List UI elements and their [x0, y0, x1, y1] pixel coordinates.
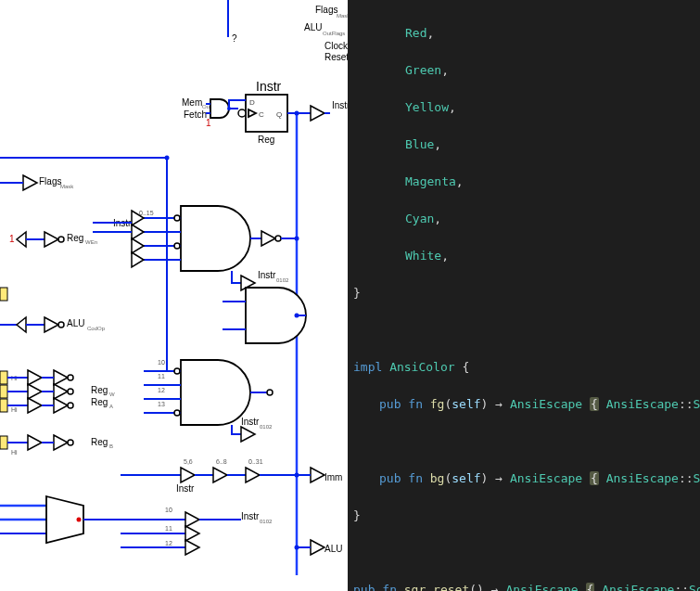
pin-hi-0[interactable] [0, 371, 7, 384]
bits-10: 10 [158, 359, 165, 366]
label-reset: Reset [325, 52, 348, 62]
code-line [353, 432, 700, 451]
code-line [353, 321, 700, 340]
regb-label: Reg [91, 437, 108, 447]
one-left: 1 [9, 234, 15, 244]
one-upper: 1 [206, 118, 211, 128]
svg-point-8 [295, 314, 299, 318]
rega-label: Reg [91, 397, 108, 407]
buf-instr-1[interactable] [181, 468, 195, 482]
buf-instr-2[interactable] [213, 468, 227, 482]
bits-11b: 11 [165, 525, 172, 532]
large-and-gate-1[interactable] [181, 206, 250, 271]
reg-label-under: Reg [258, 135, 274, 145]
code-line: } [353, 284, 700, 302]
code-line: pub fn bg(self) → AnsiEscape { AnsiEscap… [353, 469, 700, 488]
label-alu-outflags: ALU [304, 22, 322, 32]
code-line: Green, [353, 61, 700, 80]
alucodop-sub: CodOp [87, 326, 106, 331]
bits-12: 12 [158, 387, 165, 393]
inverter-after-and1[interactable] [261, 231, 275, 246]
svg-point-18 [77, 518, 82, 522]
instr0102-c: Instr [241, 511, 260, 521]
instr0102-b: Instr [241, 417, 260, 427]
svg-point-11 [68, 389, 73, 394]
pin-regb[interactable] [0, 436, 7, 449]
hi0102-b: Hi [11, 406, 18, 413]
svg-point-5 [295, 237, 299, 241]
code-line: Magenta, [353, 173, 700, 191]
instr0102-a-sub: 0102 [276, 277, 289, 283]
bits-10b: 10 [165, 507, 172, 513]
buf-instr-3[interactable] [246, 468, 260, 482]
code-line: impl AnsiColor { [353, 358, 700, 377]
svg-point-12 [68, 403, 73, 408]
svg-point-10 [68, 375, 73, 380]
instr-buf-label: Instr [332, 100, 348, 110]
regb-sub: B [109, 443, 113, 449]
memout-label: Mem [182, 97, 202, 108]
flagsmask-sub: Mask [60, 184, 74, 189]
and-gate-small-top[interactable] [210, 99, 229, 118]
fetch-label: Fetch [184, 109, 207, 120]
hi0102-c: Hi [11, 449, 18, 456]
svg-point-1 [227, 107, 231, 110]
code-line: pub fn fg(self) → AnsiEscape { AnsiEscap… [353, 395, 700, 414]
buffer-flagsmask[interactable] [23, 175, 37, 190]
label-alu-outflags-sub: OutFlags [323, 31, 345, 36]
svg-point-19 [295, 546, 299, 550]
svg-point-0 [238, 109, 246, 117]
svg-point-9 [58, 322, 64, 328]
alucodop-label: ALU [67, 318, 84, 328]
instr-lower: Instr [176, 483, 195, 494]
buffer-instr0102-b[interactable] [241, 427, 255, 442]
question-label: ? [232, 33, 237, 44]
regw-label: Reg [91, 385, 108, 395]
svg-point-14 [174, 368, 180, 374]
flagsmask-label: Flags [39, 176, 61, 186]
svg-point-4 [275, 236, 281, 241]
regw-sub: W [109, 392, 115, 397]
bits-68: 6..8 [216, 458, 227, 465]
regwen-label: Reg [67, 233, 83, 243]
instr0102-c-sub: 0102 [260, 519, 273, 524]
svg-point-6 [174, 215, 180, 221]
svg-point-2 [295, 111, 299, 116]
instr-title: Instr [256, 79, 282, 94]
code-line: Blue, [353, 135, 700, 154]
pin-hi-1[interactable] [0, 385, 7, 398]
instr0102-b-sub: 0102 [260, 424, 273, 430]
svg-point-13 [267, 390, 273, 395]
code-editor-panel[interactable]: Red, Green, Yellow, Blue, Magenta, Cyan,… [348, 0, 700, 591]
code-line: } [353, 507, 700, 525]
rega-sub: A [109, 404, 113, 409]
svg-point-3 [58, 237, 64, 242]
svg-point-7 [174, 243, 180, 249]
imm-label: Imm [325, 472, 342, 482]
inverter-regwen[interactable] [45, 232, 58, 247]
circuit-svg[interactable]: Flags Mask ALU OutFlags Clock Reset ? In… [0, 0, 348, 591]
inverter-alucodop[interactable] [45, 317, 58, 332]
code-line: pub fn sgr_reset() → AnsiEscape { AnsiEs… [353, 581, 700, 591]
code-line: Cyan, [353, 210, 700, 228]
pin-hi-2[interactable] [0, 399, 7, 412]
pin-hi0102-a[interactable] [0, 288, 7, 301]
code-line [353, 544, 700, 562]
svg-point-16 [68, 440, 73, 445]
circuit-diagram-panel[interactable]: Flags Mask ALU OutFlags Clock Reset ? In… [0, 0, 348, 591]
label-flags-top-sub: Mask [337, 13, 348, 19]
c-pin: C [259, 110, 264, 119]
code-line: White, [353, 247, 700, 265]
large-and-gate-3[interactable] [181, 360, 250, 425]
code-line: Red, [353, 24, 700, 43]
bits-13: 13 [158, 401, 165, 407]
code-line: Yellow, [353, 98, 700, 117]
tri-regwen-in[interactable] [17, 232, 26, 247]
bits-015: 0..15 [139, 210, 154, 216]
q-pin: Q [276, 110, 282, 119]
alu-tag: ALU [325, 544, 342, 554]
buffer-instr-out[interactable] [311, 106, 325, 121]
regwen-sub: WEn [85, 239, 97, 245]
svg-point-15 [174, 410, 180, 416]
bits-12b: 12 [165, 540, 172, 546]
